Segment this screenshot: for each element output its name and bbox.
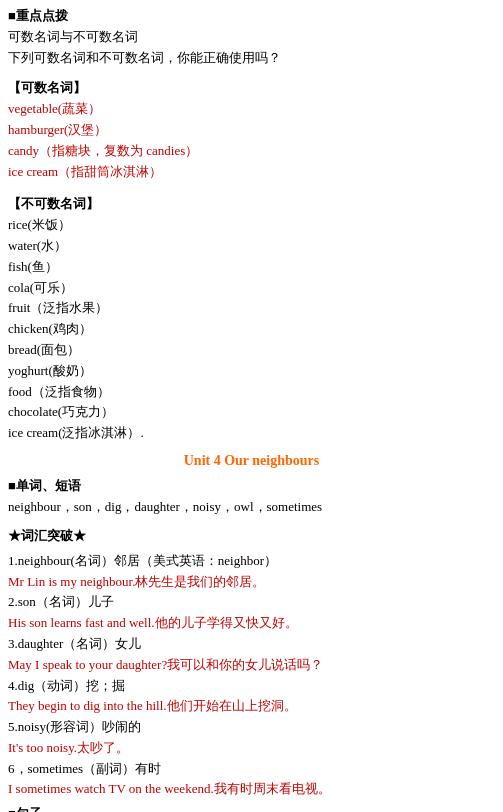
key-points-section: ■重点点拨 可数名词与不可数名词 下列可数名词和不可数名词，你能正确使用吗？ xyxy=(8,6,495,68)
vocab-text-4: noisy(形容词）吵闹的 xyxy=(18,719,142,734)
vocab-break-section: ★词汇突破★ xyxy=(8,526,495,547)
key-points-title: ■重点点拨 xyxy=(8,6,495,27)
countable-item-1: hamburger(汉堡） xyxy=(8,120,495,141)
vocab-num-3: 4. xyxy=(8,678,18,693)
uncountable-item-8: food（泛指食物） xyxy=(8,382,495,403)
vocab-break-entry-4: 5.noisy(形容词）吵闹的 xyxy=(8,717,495,738)
countable-item-3: ice cream（指甜筒冰淇淋） xyxy=(8,162,495,183)
sentences-section: ■句子 1.Did you play with Sam last weekend… xyxy=(8,804,495,812)
uncountable-item-5: chicken(鸡肉） xyxy=(8,319,495,340)
vocab-text-0: neighbour(名词）邻居（美式英语：neighbor） xyxy=(18,553,277,568)
uncountable-item-9: chocolate(巧克力） xyxy=(8,402,495,423)
vocab-text-1: son（名词）儿子 xyxy=(18,594,114,609)
vocab-example-0: Mr Lin is my neighbour.林先生是我们的邻居。 xyxy=(8,572,495,593)
uncountable-item-1: water(水） xyxy=(8,236,495,257)
vocab-example-1: His son learns fast and well.他的儿子学得又快又好。 xyxy=(8,613,495,634)
vocab-break-entry-2: 3.daughter（名词）女儿 xyxy=(8,634,495,655)
vocab-text-3: dig（动词）挖；掘 xyxy=(18,678,126,693)
uncountable-item-7: yoghurt(酸奶） xyxy=(8,361,495,382)
vocab-break-entry-5: 6，sometimes（副词）有时 xyxy=(8,759,495,780)
vocab-example-3: They begin to dig into the hill.他们开始在山上挖… xyxy=(8,696,495,717)
key-points-subtitle1: 可数名词与不可数名词 xyxy=(8,27,495,48)
vocab-text-2: daughter（名词）女儿 xyxy=(18,636,141,651)
vocab-break-item-0: 1.neighbour(名词）邻居（美式英语：neighbor） Mr Lin … xyxy=(8,551,495,593)
vocab-break-entry-3: 4.dig（动词）挖；掘 xyxy=(8,676,495,697)
uncountable-item-2: fish(鱼） xyxy=(8,257,495,278)
countable-item-2: candy（指糖块，复数为 candies） xyxy=(8,141,495,162)
uncountable-item-0: rice(米饭） xyxy=(8,215,495,236)
vocab-num-2: 3. xyxy=(8,636,18,651)
vocab-num-1: 2. xyxy=(8,594,18,609)
countable-item-0: vegetable(蔬菜） xyxy=(8,99,495,120)
vocab-example-2: May I speak to your daughter?我可以和你的女儿说话吗… xyxy=(8,655,495,676)
vocab-break-entry-0: 1.neighbour(名词）邻居（美式英语：neighbor） xyxy=(8,551,495,572)
countable-title: 【可数名词】 xyxy=(8,78,495,99)
vocab-break-entry-1: 2.son（名词）儿子 xyxy=(8,592,495,613)
uncountable-title: 【不可数名词】 xyxy=(8,194,495,215)
key-points-subtitle2: 下列可数名词和不可数名词，你能正确使用吗？ xyxy=(8,48,495,69)
vocab-example-4: It's too noisy.太吵了。 xyxy=(8,738,495,759)
vocab-break-title: ★词汇突破★ xyxy=(8,526,495,547)
vocab-break-item-3: 4.dig（动词）挖；掘 They begin to dig into the … xyxy=(8,676,495,718)
vocab-break-item-1: 2.son（名词）儿子 His son learns fast and well… xyxy=(8,592,495,634)
uncountable-item-10: ice cream(泛指冰淇淋）. xyxy=(8,423,495,444)
vocab-num-5: 6， xyxy=(8,761,28,776)
uncountable-item-4: fruit（泛指水果） xyxy=(8,298,495,319)
vocab-words-title: ■单词、短语 xyxy=(8,476,495,497)
uncountable-item-6: bread(面包） xyxy=(8,340,495,361)
vocab-words-list: neighbour，son，dig，daughter，noisy，owl，som… xyxy=(8,497,495,518)
vocab-break-item-2: 3.daughter（名词）女儿 May I speak to your dau… xyxy=(8,634,495,676)
unit-title: Unit 4 Our neighbours xyxy=(8,450,495,472)
vocab-text-5: sometimes（副词）有时 xyxy=(28,761,162,776)
vocab-num-0: 1. xyxy=(8,553,18,568)
sentences-title: ■句子 xyxy=(8,804,495,812)
vocab-num-4: 5. xyxy=(8,719,18,734)
vocab-example-5: I sometimes watch TV on the weekend.我有时周… xyxy=(8,779,495,800)
uncountable-section: 【不可数名词】 rice(米饭） water(水） fish(鱼） cola(可… xyxy=(8,188,495,444)
uncountable-item-3: cola(可乐） xyxy=(8,278,495,299)
vocab-break-item-5: 6，sometimes（副词）有时 I sometimes watch TV o… xyxy=(8,759,495,801)
vocab-words-section: ■单词、短语 neighbour，son，dig，daughter，noisy，… xyxy=(8,476,495,518)
countable-section: 【可数名词】 vegetable(蔬菜） hamburger(汉堡） candy… xyxy=(8,72,495,182)
vocab-break-item-4: 5.noisy(形容词）吵闹的 It's too noisy.太吵了。 xyxy=(8,717,495,759)
